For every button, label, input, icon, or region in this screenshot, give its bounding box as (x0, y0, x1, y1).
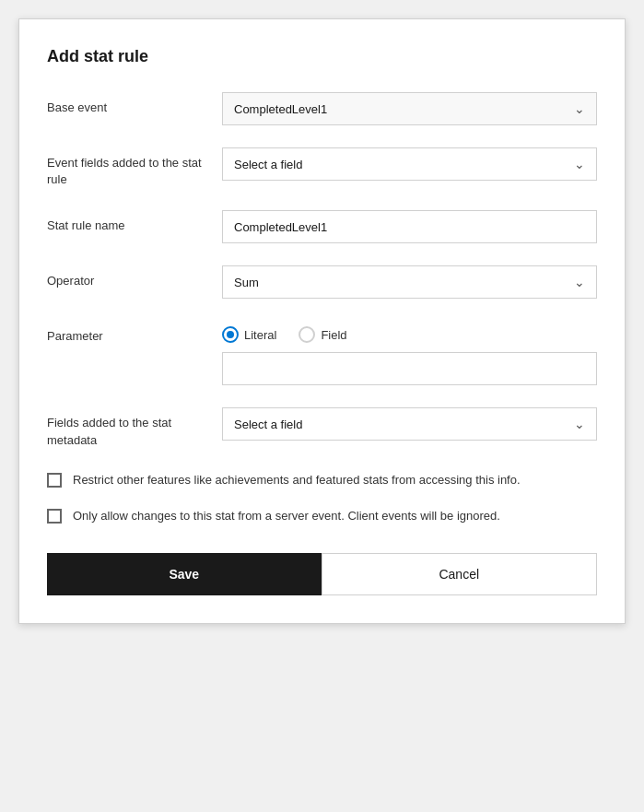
parameter-control: Literal Field (222, 321, 597, 385)
stat-rule-name-input[interactable] (222, 210, 597, 243)
checkbox1-row: Restrict other features like achievement… (47, 471, 597, 489)
parameter-radio-group: Literal Field (222, 321, 597, 343)
stat-rule-name-control (222, 210, 597, 243)
fields-added-label: Fields added to the stat metadata (47, 407, 222, 448)
operator-dropdown[interactable]: Sum ⌄ (222, 265, 597, 299)
parameter-row: Parameter Literal Field (47, 321, 597, 385)
save-button[interactable]: Save (47, 553, 322, 595)
base-event-value: CompletedLevel1 (234, 102, 327, 116)
page-container: Add stat rule Base event CompletedLevel1… (0, 0, 644, 812)
operator-row: Operator Sum ⌄ (47, 265, 597, 299)
parameter-value-input[interactable] (222, 352, 597, 385)
parameter-field-option[interactable]: Field (299, 326, 346, 343)
parameter-literal-label: Literal (244, 328, 276, 342)
cancel-button[interactable]: Cancel (322, 553, 598, 595)
fields-added-control: Select a field ⌄ (222, 407, 597, 441)
checkbox1[interactable] (47, 473, 62, 488)
stat-rule-name-row: Stat rule name (47, 210, 597, 243)
checkbox1-text: Restrict other features like achievement… (73, 471, 521, 489)
event-fields-row: Event fields added to the stat rule Sele… (47, 147, 597, 188)
base-event-chevron-icon: ⌄ (574, 101, 585, 116)
event-fields-control: Select a field ⌄ (222, 147, 597, 181)
fields-added-dropdown[interactable]: Select a field ⌄ (222, 407, 597, 441)
stat-rule-name-label: Stat rule name (47, 210, 222, 234)
parameter-field-radio[interactable] (299, 326, 315, 343)
operator-control: Sum ⌄ (222, 265, 597, 299)
parameter-label: Parameter (47, 321, 222, 345)
base-event-dropdown[interactable]: CompletedLevel1 ⌄ (222, 92, 597, 125)
button-row: Save Cancel (47, 553, 597, 595)
fields-added-chevron-icon: ⌄ (574, 417, 585, 431)
base-event-control: CompletedLevel1 ⌄ (222, 92, 597, 125)
event-fields-dropdown[interactable]: Select a field ⌄ (222, 147, 597, 181)
parameter-literal-radio[interactable] (222, 326, 239, 343)
checkbox2-text: Only allow changes to this stat from a s… (73, 507, 500, 525)
base-event-row: Base event CompletedLevel1 ⌄ (47, 92, 597, 125)
add-stat-rule-dialog: Add stat rule Base event CompletedLevel1… (18, 18, 626, 624)
parameter-literal-option[interactable]: Literal (222, 326, 276, 343)
operator-chevron-icon: ⌄ (574, 275, 585, 289)
dialog-title: Add stat rule (47, 47, 597, 66)
checkbox2-row: Only allow changes to this stat from a s… (47, 507, 597, 525)
fields-added-placeholder: Select a field (234, 418, 302, 431)
event-fields-label: Event fields added to the stat rule (47, 147, 222, 188)
fields-added-row: Fields added to the stat metadata Select… (47, 407, 597, 448)
event-fields-placeholder: Select a field (234, 158, 302, 171)
operator-label: Operator (47, 265, 222, 289)
parameter-field-label: Field (321, 328, 346, 342)
checkbox2[interactable] (47, 509, 62, 524)
event-fields-chevron-icon: ⌄ (574, 157, 585, 171)
base-event-label: Base event (47, 92, 222, 116)
operator-value: Sum (234, 276, 259, 289)
